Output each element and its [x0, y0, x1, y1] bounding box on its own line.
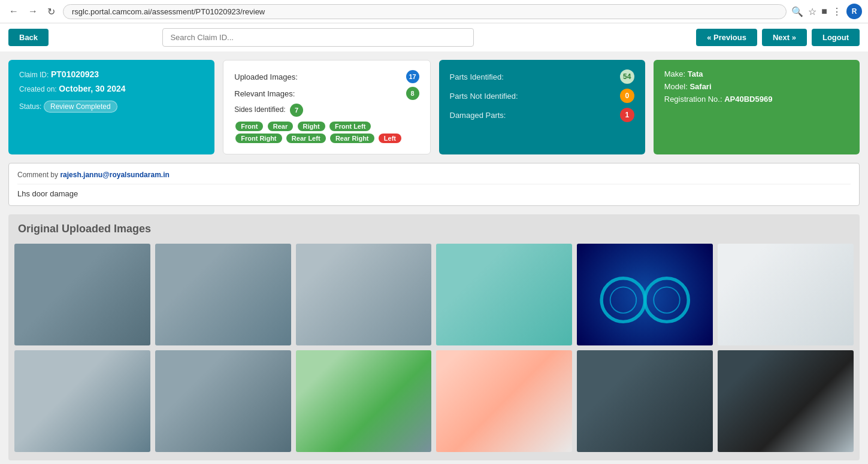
- menu-icon: ⋮: [832, 6, 842, 17]
- comment-by-label: Comment by: [17, 171, 58, 179]
- thumbnail-11[interactable]: [577, 350, 713, 452]
- side-tag-front: Front: [235, 122, 263, 131]
- thumbnail-5[interactable]: [577, 244, 713, 345]
- action-bar: Back « Previous Next » Logout: [0, 23, 868, 51]
- reg-value: AP40BD5969: [724, 95, 772, 104]
- side-tag-left: Left: [379, 134, 401, 143]
- side-tag-rear: Rear: [268, 122, 293, 131]
- svg-point-2: [610, 287, 637, 313]
- thumbnail-6[interactable]: [718, 244, 854, 345]
- thumbnail-9[interactable]: [296, 350, 432, 452]
- back-button[interactable]: Back: [8, 29, 49, 46]
- created-value: October, 30 2024: [59, 84, 125, 93]
- parts-card: Parts Identified: 54 Parts Not Identifie…: [439, 60, 645, 154]
- side-tag-frontright: Front Right: [235, 134, 282, 143]
- thumbnail-3[interactable]: [296, 244, 432, 345]
- avatar: R: [846, 4, 862, 19]
- make-value: Tata: [688, 69, 703, 78]
- thumbnail-1[interactable]: [14, 244, 150, 345]
- side-tag-rearleft: Rear Left: [286, 134, 326, 143]
- nav-forward-btn[interactable]: →: [25, 5, 41, 18]
- relevant-images-label: Relevant Images:: [234, 89, 295, 98]
- damaged-parts-count: 1: [620, 108, 634, 122]
- parts-identified-label: Parts Identified:: [450, 72, 504, 81]
- vehicle-card: Make: Tata Model: Safari Registration No…: [654, 60, 860, 154]
- model-label: Model:: [664, 82, 688, 91]
- cards-row: Claim ID: PT01020923 Created on: October…: [0, 51, 868, 154]
- uploaded-images-count: 17: [406, 70, 419, 83]
- images-grid: [14, 244, 854, 452]
- make-label: Make:: [664, 69, 685, 78]
- thumbnail-8[interactable]: [155, 350, 291, 452]
- reg-label: Registration No.:: [664, 95, 722, 104]
- zoom-icon: 🔍: [791, 6, 803, 17]
- url-bar[interactable]: [63, 4, 787, 19]
- nav-refresh-btn[interactable]: ↻: [44, 5, 58, 19]
- browser-nav: ← → ↻ 🔍 ☆ ■ ⋮ R: [0, 0, 868, 23]
- images-section: Original Uploaded Images: [8, 214, 860, 460]
- thumbnail-7[interactable]: [14, 350, 150, 452]
- comment-by-line: Comment by rajesh.jannu@royalsundaram.in: [17, 171, 851, 184]
- side-tag-frontleft: Front Left: [329, 122, 371, 131]
- status-badge: Review Completed: [44, 101, 117, 113]
- claim-card: Claim ID: PT01020923 Created on: October…: [8, 60, 214, 154]
- svg-point-0: [601, 278, 645, 322]
- parts-not-identified-count: 0: [620, 89, 634, 103]
- side-tag-rearright: Rear Right: [330, 134, 374, 143]
- thumbnail-4[interactable]: [436, 244, 572, 345]
- svg-point-1: [645, 278, 689, 322]
- images-card: Uploaded Images: 17 Relevant Images: 8 S…: [223, 60, 430, 154]
- right-buttons: « Previous Next » Logout: [696, 29, 860, 46]
- logout-button[interactable]: Logout: [812, 29, 860, 46]
- status-label: Status:: [19, 102, 41, 111]
- parts-not-identified-label: Parts Not Identified:: [450, 92, 518, 101]
- bookmark-icon: ☆: [808, 6, 816, 17]
- nav-back-btn[interactable]: ←: [6, 5, 22, 18]
- claim-id-value: PT01020923: [51, 69, 99, 79]
- nav-controls: ← → ↻: [6, 5, 58, 19]
- comment-section: Comment by rajesh.jannu@royalsundaram.in…: [8, 163, 860, 206]
- thumbnail-10[interactable]: [436, 350, 572, 452]
- created-label: Created on:: [19, 85, 57, 93]
- side-tag-right: Right: [298, 122, 325, 131]
- model-value: Safari: [689, 82, 711, 91]
- sides-identified-label: Sides Identified:: [234, 105, 285, 114]
- uploaded-images-label: Uploaded Images:: [234, 72, 298, 81]
- comment-author-email[interactable]: rajesh.jannu@royalsundaram.in: [60, 171, 169, 179]
- parts-identified-count: 54: [620, 69, 634, 84]
- nav-icons: 🔍 ☆ ■ ⋮ R: [791, 4, 862, 19]
- claim-id-label: Claim ID:: [19, 71, 49, 79]
- sides-count: 7: [290, 104, 303, 117]
- images-section-title: Original Uploaded Images: [14, 223, 854, 235]
- thumbnail-12[interactable]: [718, 350, 854, 452]
- search-input[interactable]: [162, 28, 474, 47]
- prev-button[interactable]: « Previous: [696, 29, 757, 46]
- thumbnail-2[interactable]: [155, 244, 291, 345]
- comment-text: Lhs door damage: [17, 189, 851, 198]
- next-button[interactable]: Next »: [762, 29, 807, 46]
- extensions-icon: ■: [821, 6, 827, 17]
- damaged-parts-label: Damaged Parts:: [450, 111, 506, 120]
- relevant-images-count: 8: [406, 87, 419, 100]
- svg-point-3: [654, 287, 680, 313]
